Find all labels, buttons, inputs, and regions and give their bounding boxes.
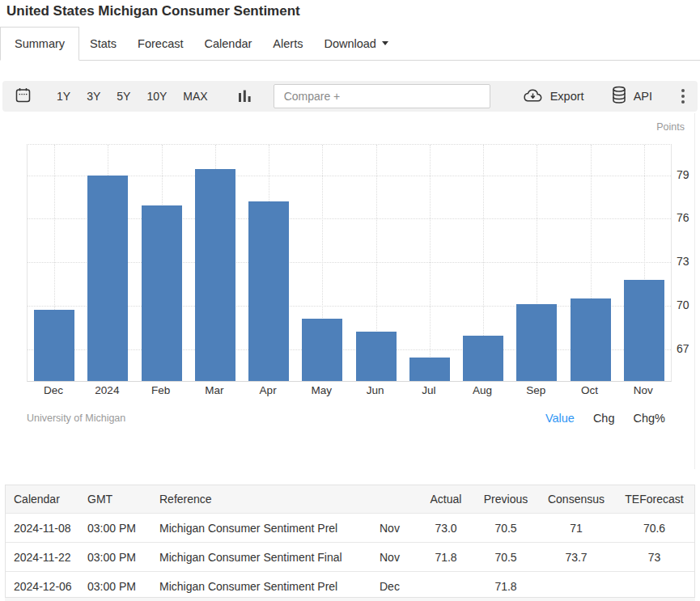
tab-forecast[interactable]: Forecast (127, 27, 193, 60)
column-header-teforecast: TEForecast (614, 485, 694, 514)
page-title: United States Michigan Consumer Sentimen… (6, 3, 300, 19)
cloud-download-icon (522, 87, 544, 106)
bar-sep[interactable] (516, 304, 557, 381)
y-tick-label: 73 (677, 255, 689, 268)
table-cell: 70.6 (614, 514, 694, 543)
table-cell: Nov (380, 514, 418, 543)
bar-2024[interactable] (87, 176, 128, 381)
table-cell: 71.8 (418, 543, 473, 572)
column-header-reference: Reference (159, 485, 380, 514)
v-gridline (430, 145, 431, 381)
tab-bar: SummaryStatsForecastCalendarAlertsDownlo… (0, 27, 700, 61)
range-button-5y[interactable]: 5Y (108, 81, 138, 112)
x-tick-label: Apr (260, 384, 277, 396)
api-button[interactable]: API (611, 86, 652, 107)
y-tick-label: 67 (677, 342, 689, 355)
bar-aug[interactable] (463, 336, 503, 381)
tab-download[interactable]: Download (313, 27, 399, 60)
next-section-edge (5, 597, 695, 601)
range-button-10y[interactable]: 10Y (138, 81, 175, 112)
chart-plot-area (27, 144, 672, 382)
x-tick-label: 2024 (95, 384, 119, 396)
column-header-month (380, 485, 418, 514)
api-label: API (634, 90, 652, 103)
bar-may[interactable] (302, 319, 342, 381)
tab-label: Forecast (138, 37, 183, 50)
bar-apr[interactable] (248, 201, 289, 381)
chart-mode-links: ValueChgChg% (545, 412, 665, 425)
table-cell: 03:00 PM (87, 572, 159, 601)
bar-nov[interactable] (624, 280, 664, 381)
chart-link-chg[interactable]: Chg (593, 412, 615, 425)
table-cell: 03:00 PM (87, 514, 159, 543)
export-button[interactable]: Export (522, 87, 584, 106)
x-tick-label: Aug (473, 384, 492, 396)
table-cell: Michigan Consumer Sentiment Prel (159, 514, 380, 543)
table-cell: 2024-11-22 (6, 543, 87, 572)
chart-link-chgpct[interactable]: Chg% (634, 412, 666, 425)
x-tick-label: Nov (634, 384, 653, 396)
tab-summary[interactable]: Summary (0, 27, 79, 61)
table-cell (418, 572, 473, 601)
column-header-previous: Previous (473, 485, 538, 514)
table-cell: 73.7 (538, 543, 614, 572)
export-label: Export (550, 90, 584, 103)
table-cell: Dec (380, 572, 418, 601)
chart-right-edge-line (694, 113, 695, 469)
chart-type-button[interactable] (238, 88, 252, 105)
more-options-button[interactable] (681, 89, 685, 104)
range-buttons: 1Y3Y5Y10YMAX (49, 81, 216, 112)
table-cell: 03:00 PM (87, 543, 159, 572)
table-body: 2024-11-0803:00 PMMichigan Consumer Sent… (6, 514, 694, 601)
chart-toolbar: 1Y3Y5Y10YMAX Export (2, 81, 698, 112)
range-button-3y[interactable]: 3Y (78, 81, 108, 112)
x-tick-label: Feb (151, 384, 170, 396)
calendar-icon (15, 87, 32, 106)
bar-jul[interactable] (409, 358, 450, 381)
range-button-max[interactable]: MAX (175, 81, 215, 112)
bar-oct[interactable] (571, 298, 611, 381)
chart-link-value[interactable]: Value (545, 412, 575, 425)
y-tick-label: 76 (677, 211, 689, 224)
compare-input[interactable] (274, 84, 490, 108)
caret-down-icon (382, 41, 388, 45)
table-header-row: CalendarGMTReferenceActualPreviousConsen… (6, 485, 694, 514)
table-cell: 70.5 (473, 514, 538, 543)
table-cell: 70.5 (473, 543, 538, 572)
bar-jun[interactable] (356, 332, 397, 381)
tab-calendar[interactable]: Calendar (194, 27, 263, 60)
table-cell: 71.8 (473, 572, 538, 601)
table-cell (538, 572, 614, 601)
table-cell: 71 (538, 514, 614, 543)
date-range-calendar-button[interactable] (15, 87, 32, 106)
tab-label: Download (324, 37, 376, 50)
x-tick-label: May (312, 384, 333, 396)
bar-dec[interactable] (34, 310, 74, 381)
table-cell: 73.0 (418, 514, 473, 543)
column-header-calendar: Calendar (6, 485, 87, 514)
toolbar-right: Export API (522, 86, 698, 107)
tab-alerts[interactable]: Alerts (262, 27, 313, 60)
table-cell: 73 (614, 543, 694, 572)
table-row[interactable]: 2024-11-2203:00 PMMichigan Consumer Sent… (6, 543, 694, 572)
tab-label: Calendar (205, 37, 252, 50)
bar-feb[interactable] (142, 205, 182, 381)
x-tick-label: Jun (367, 384, 384, 396)
x-tick-label: Jul (422, 384, 435, 396)
x-tick-label: Dec (44, 384, 63, 396)
table-cell: 2024-12-06 (6, 572, 87, 601)
bar-mar[interactable] (195, 169, 235, 381)
column-chart-icon (238, 88, 252, 105)
column-header-actual: Actual (418, 485, 473, 514)
range-button-1y[interactable]: 1Y (49, 81, 78, 112)
page: United States Michigan Consumer Sentimen… (0, 0, 700, 601)
chart-source: University of Michigan (27, 413, 125, 424)
x-tick-label: Sep (526, 384, 545, 396)
table-row[interactable]: 2024-12-0603:00 PMMichigan Consumer Sent… (6, 572, 694, 601)
table-row[interactable]: 2024-11-0803:00 PMMichigan Consumer Sent… (6, 514, 694, 543)
y-tick-label: 79 (677, 168, 689, 181)
tab-label: Stats (90, 37, 117, 50)
tab-label: Alerts (273, 37, 303, 50)
tab-stats[interactable]: Stats (79, 27, 127, 60)
table-cell: Michigan Consumer Sentiment Prel (159, 572, 380, 601)
